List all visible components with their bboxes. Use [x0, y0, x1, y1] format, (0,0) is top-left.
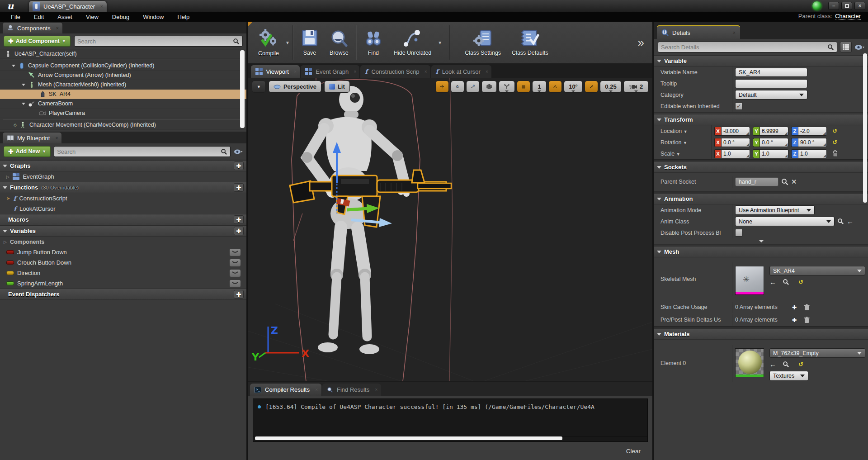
- mesh-section-header[interactable]: Mesh: [654, 246, 868, 257]
- textures-dropdown[interactable]: Textures: [769, 371, 808, 381]
- close-tab-icon[interactable]: ×: [486, 69, 488, 74]
- constructionscript-row[interactable]: ➤f ConstructionScript: [0, 193, 246, 204]
- reset-material-icon[interactable]: ↺: [798, 361, 803, 368]
- viewport-options-button[interactable]: ▼: [252, 81, 266, 93]
- variable-visibility-toggle[interactable]: [229, 259, 241, 267]
- components-group-row[interactable]: ▷ Components: [0, 237, 246, 247]
- add-macro-button[interactable]: ✚: [234, 215, 244, 224]
- close-tab-icon[interactable]: ×: [294, 69, 297, 74]
- components-scrollbar[interactable]: [240, 50, 245, 128]
- graphs-header[interactable]: Graphs ✚: [0, 160, 246, 171]
- menu-help[interactable]: Help: [171, 13, 196, 21]
- tree-row-charmove[interactable]: ◇ Character Movement (CharMoveComp) (Inh…: [0, 120, 246, 130]
- grid-snap-toggle[interactable]: [517, 81, 530, 93]
- add-dispatcher-button[interactable]: ✚: [234, 290, 244, 299]
- view-mode-button[interactable]: Lit: [324, 81, 350, 93]
- rifle-sk-ar4-selected[interactable]: [290, 170, 451, 227]
- save-button[interactable]: Save: [295, 26, 324, 59]
- rotation-snap-toggle[interactable]: [548, 81, 562, 93]
- coordinate-system-button[interactable]: [481, 81, 497, 93]
- menu-window[interactable]: Window: [137, 13, 170, 21]
- tree-row-playercamera[interactable]: PlayerCamera: [0, 109, 246, 118]
- sockets-section-header[interactable]: Sockets: [654, 161, 868, 173]
- anim-class-search-icon[interactable]: [837, 218, 844, 225]
- rotation-y-input[interactable]: 0.0 °◢: [760, 138, 788, 147]
- clear-socket-icon[interactable]: ✕: [791, 178, 797, 186]
- menu-debug[interactable]: Debug: [106, 13, 136, 21]
- use-selected-asset-icon[interactable]: ←: [769, 360, 776, 368]
- expander-icon[interactable]: [22, 84, 25, 86]
- variable-section-header[interactable]: Variable: [654, 55, 868, 66]
- tab-find-results[interactable]: Find Results ×: [322, 384, 381, 396]
- details-scrollbar[interactable]: [863, 53, 867, 203]
- translate-tool-button[interactable]: [435, 81, 449, 93]
- source-control-status-icon[interactable]: [812, 1, 821, 10]
- scale-snap-toggle[interactable]: [585, 81, 598, 93]
- socket-search-icon[interactable]: [781, 178, 788, 185]
- find-button[interactable]: Find: [359, 26, 388, 59]
- surface-snapping-button[interactable]: [499, 81, 515, 93]
- parent-class-link[interactable]: Character: [835, 13, 861, 20]
- browse-to-asset-icon[interactable]: [783, 361, 789, 368]
- scale-y-input[interactable]: 1.0◢: [760, 149, 788, 158]
- viewport-3d[interactable]: ▼ Perspective Lit: [248, 78, 652, 381]
- tree-row-self[interactable]: Ue4ASP_Character(self): [0, 49, 246, 59]
- menu-asset[interactable]: Asset: [51, 13, 79, 21]
- menu-edit[interactable]: Edit: [28, 13, 50, 21]
- myblueprint-tab[interactable]: My Blueprint ×: [3, 133, 61, 143]
- variable-visibility-toggle[interactable]: [229, 269, 241, 277]
- editable-checkbox[interactable]: ✓: [735, 102, 743, 110]
- add-new-button[interactable]: ✚ Add New ▼: [4, 146, 51, 157]
- add-array-element-icon[interactable]: ✚: [792, 304, 797, 311]
- variable-visibility-toggle[interactable]: [229, 280, 241, 288]
- close-button[interactable]: ×: [854, 2, 865, 10]
- close-tab-icon[interactable]: ×: [375, 387, 377, 392]
- add-component-button[interactable]: ✚ Add Component ▼: [4, 36, 71, 47]
- scale-label[interactable]: Scale ▼: [660, 151, 711, 157]
- details-tab[interactable]: i Details ×: [657, 25, 740, 39]
- menu-view[interactable]: View: [80, 13, 105, 21]
- components-search-input[interactable]: [77, 38, 233, 45]
- category-dropdown[interactable]: Default: [735, 90, 807, 100]
- variable-row-direction[interactable]: Direction: [0, 268, 246, 278]
- camera-speed-button[interactable]: 2: [623, 81, 649, 93]
- scale-tool-button[interactable]: [466, 81, 480, 93]
- compile-button[interactable]: Compile: [253, 26, 284, 59]
- viewport-3d-scene[interactable]: Z X Y: [248, 78, 652, 381]
- compiler-log[interactable]: [1653.64] Compile of Ue4ASP_Character su…: [253, 398, 648, 442]
- rotation-z-input[interactable]: 90.0 °◢: [798, 138, 827, 147]
- variables-header[interactable]: Variables ✚: [0, 225, 246, 237]
- myblueprint-search[interactable]: [54, 146, 231, 157]
- minimize-button[interactable]: −: [828, 2, 839, 10]
- details-view-options-icon[interactable]: [854, 44, 864, 50]
- add-function-button[interactable]: ✚: [234, 183, 244, 192]
- tree-row-capsule[interactable]: Capsule Component (CollisionCylinder) (I…: [0, 61, 246, 71]
- close-components-icon[interactable]: ×: [56, 26, 59, 31]
- use-selected-asset-icon[interactable]: ←: [769, 278, 776, 286]
- materials-section-header[interactable]: Materials: [654, 328, 868, 340]
- expander-collapsed-icon[interactable]: ▷: [4, 240, 7, 244]
- close-tab-icon[interactable]: ×: [315, 387, 318, 392]
- log-horizontal-scrollbar[interactable]: [255, 436, 562, 440]
- event-dispatchers-header[interactable]: Event Dispatchers ✚: [0, 289, 246, 300]
- add-graph-button[interactable]: ✚: [234, 161, 244, 170]
- add-array-element-icon[interactable]: ✚: [792, 317, 797, 323]
- hide-unrelated-caret-icon[interactable]: ▼: [438, 40, 442, 45]
- asset-tab[interactable]: Ue4ASP_Character ×: [29, 1, 107, 12]
- expander-collapsed-icon[interactable]: ▷: [6, 175, 9, 179]
- visibility-filter-icon[interactable]: [234, 149, 243, 155]
- advanced-expander[interactable]: [654, 238, 868, 244]
- grid-snap-value-button[interactable]: 1: [532, 81, 547, 93]
- menu-file[interactable]: File: [5, 13, 27, 21]
- toolbar-overflow-icon[interactable]: »: [638, 36, 648, 50]
- parent-socket-field[interactable]: hand_r: [735, 177, 778, 186]
- log-entry[interactable]: [1653.64] Compile of Ue4ASP_Character su…: [253, 399, 647, 410]
- skeletal-mesh-dropdown[interactable]: SK_AR4: [769, 266, 865, 275]
- tab-event-graph[interactable]: Event Graph ×: [301, 65, 360, 78]
- macros-header[interactable]: Macros ✚: [0, 214, 246, 225]
- clear-log-button[interactable]: Clear: [622, 446, 645, 456]
- location-z-input[interactable]: -2.0◢: [798, 127, 827, 136]
- variable-row-crouch[interactable]: Crouch Button Down: [0, 257, 246, 268]
- rotation-x-input[interactable]: 0.0 °◢: [721, 138, 750, 147]
- compile-options-caret-icon[interactable]: ▼: [285, 40, 290, 45]
